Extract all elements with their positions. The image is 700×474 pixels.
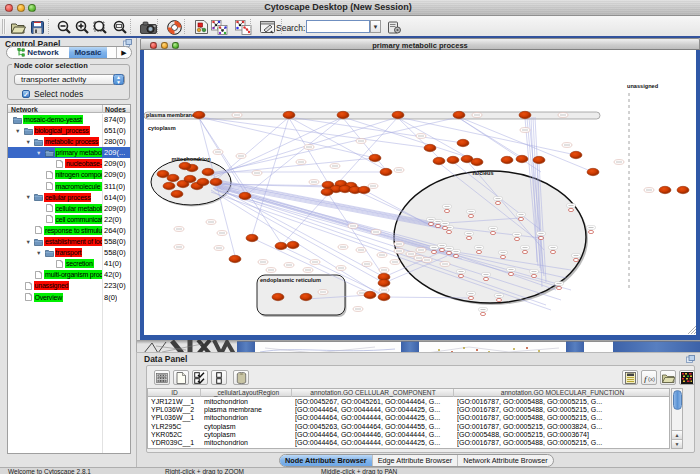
network-node[interactable]	[337, 111, 349, 118]
network-node[interactable]	[516, 155, 528, 162]
network-node[interactable]	[380, 168, 392, 175]
network-node[interactable]	[358, 186, 370, 193]
open-folder-button[interactable]	[9, 18, 27, 36]
zoom-selected-button[interactable]	[91, 18, 109, 36]
network-tree-row[interactable]: secretion41(0)	[8, 258, 130, 269]
network-node[interactable]	[184, 175, 196, 182]
search-dropdown-button[interactable]: ▼	[370, 20, 381, 33]
network-node[interactable]	[246, 234, 258, 241]
network-node[interactable]	[364, 291, 376, 298]
table-row[interactable]: YJR121W__1mitochondrion[GO:0045267, GO:0…	[148, 398, 669, 406]
help-lifering-button[interactable]	[165, 18, 183, 36]
tree-expander-icon[interactable]: ▼	[26, 239, 31, 245]
zoom-fit-button[interactable]	[111, 18, 129, 36]
network-node[interactable]	[424, 144, 436, 151]
table-column-header[interactable]: annotation.GO MOLECULAR_FUNCTION	[454, 389, 670, 397]
tab-network-attribute-browser[interactable]: Network Attribute Browser	[458, 455, 552, 466]
table-row[interactable]: YKR052Ccytoplasm[GO:0044464, GO:0044446,…	[148, 431, 669, 439]
network-node[interactable]	[453, 111, 465, 118]
network-tree-row[interactable]: ▼cellular process614(0)	[8, 192, 130, 203]
select-nodes-checkbox[interactable]: ✓	[22, 90, 30, 98]
search-input[interactable]	[306, 20, 370, 33]
nucleus-mini-node[interactable]	[466, 236, 471, 239]
network-node[interactable]	[519, 111, 531, 118]
nucleus-mini-node[interactable]	[538, 236, 543, 239]
nucleus-mini-node[interactable]	[495, 201, 500, 204]
tree-expander-icon[interactable]: ▼	[26, 139, 31, 145]
nucleus-mini-node[interactable]	[500, 255, 505, 258]
network-tree-row[interactable]: ▼biological_process651(0)	[8, 125, 130, 136]
network-node[interactable]	[197, 178, 209, 185]
zoom-in-button[interactable]	[73, 18, 91, 36]
network-node[interactable]	[202, 168, 214, 175]
network-node[interactable]	[239, 192, 251, 199]
network-node[interactable]	[179, 162, 191, 169]
nucleus-mini-node[interactable]	[428, 222, 433, 225]
network-tree-row[interactable]: ▼primary metabolic process209(...	[8, 147, 130, 158]
network-node[interactable]	[677, 186, 689, 193]
nucleus-mini-node[interactable]	[446, 230, 451, 233]
nucleus-mini-node[interactable]	[431, 250, 436, 253]
table-column-header[interactable]: _cellularLayoutRegion	[201, 389, 292, 397]
nucleus-mini-node[interactable]	[588, 230, 593, 233]
network-node[interactable]	[501, 156, 513, 163]
network-node[interactable]	[229, 255, 241, 262]
nucleus-mini-node[interactable]	[568, 208, 573, 211]
network-node[interactable]	[287, 241, 299, 248]
tree-expander-icon[interactable]: ▼	[36, 250, 41, 256]
nucleus-mini-node[interactable]	[531, 274, 536, 277]
network-node[interactable]	[457, 139, 469, 146]
import-attributes-button[interactable]	[660, 370, 676, 385]
vizmapper-button[interactable]	[258, 18, 276, 36]
network-node[interactable]	[471, 158, 483, 165]
scroll-up-icon[interactable]: ▲	[672, 430, 682, 439]
nucleus-mini-node[interactable]	[468, 214, 473, 217]
network-window-titlebar[interactable]: primary metabolic process	[140, 38, 700, 50]
network-node[interactable]	[378, 293, 390, 300]
network-node[interactable]	[171, 190, 183, 197]
nucleus-mini-node[interactable]	[550, 250, 555, 253]
nucleus-mini-node[interactable]	[439, 248, 444, 251]
search-options-button[interactable]	[385, 18, 403, 36]
network-node[interactable]	[378, 279, 390, 286]
network-tree-row[interactable]: mosaic-demo-yeast874(0)	[8, 114, 130, 125]
nucleus-mini-node[interactable]	[514, 237, 519, 240]
resize-grip-icon[interactable]	[688, 326, 696, 334]
heatmap-button[interactable]	[679, 370, 695, 385]
network-node[interactable]	[275, 242, 287, 249]
network-canvas[interactable]: plasma membranecytoplasmnucleusmitochond…	[144, 50, 697, 335]
nucleus-mini-node[interactable]	[508, 272, 513, 275]
network-node[interactable]	[392, 111, 404, 118]
network-node[interactable]	[272, 293, 284, 300]
nucleus-mini-node[interactable]	[453, 254, 458, 257]
nucleus-mini-node[interactable]	[483, 277, 488, 280]
save-button[interactable]	[28, 18, 46, 36]
network-tree-row[interactable]: cell communication22(0)	[8, 214, 130, 225]
nucleus-mini-node[interactable]	[556, 286, 561, 289]
network-tree-row[interactable]: ▼transport558(0)	[8, 247, 130, 258]
network-node[interactable]	[369, 154, 381, 161]
tree-expander-icon[interactable]: ▼	[26, 194, 31, 200]
nucleus-mini-node[interactable]	[518, 217, 523, 220]
table-column-header[interactable]: annotation.GO CELLULAR_COMPONENT	[292, 389, 454, 397]
select-attributes-button[interactable]	[154, 370, 170, 385]
tab-edge-attribute-browser[interactable]: Edge Attribute Browser	[373, 455, 459, 466]
nucleus-mini-node[interactable]	[435, 224, 440, 227]
tab-network[interactable]: Network	[7, 47, 69, 58]
network-node[interactable]	[300, 293, 312, 300]
network-tree-row[interactable]: macromolecule metab311(0)	[8, 181, 130, 192]
tree-expander-icon[interactable]: ▼	[15, 128, 20, 134]
tab-node-attribute-browser[interactable]: Node Attribute Browser	[280, 455, 373, 466]
network-node[interactable]	[447, 156, 459, 163]
table-column-header[interactable]: ID	[148, 389, 201, 397]
nucleus-mini-node[interactable]	[496, 298, 501, 301]
node-color-dropdown[interactable]: transporter activity ▲▼	[14, 74, 125, 85]
table-row[interactable]: YDR039C__1mitochondrion[GO:0044464, GO:0…	[148, 439, 669, 447]
network-tree-row[interactable]: unassigned223(0)	[8, 280, 130, 291]
network-tree-row[interactable]: cellular metabolic209(0)	[8, 203, 130, 214]
network-node[interactable]	[283, 111, 295, 118]
table-row[interactable]: YPL036W__2plasma membrane[GO:0044464, GO…	[148, 406, 669, 414]
nucleus-mini-node[interactable]	[490, 231, 495, 234]
nucleus-mini-node[interactable]	[476, 250, 481, 253]
network-node[interactable]	[587, 168, 599, 175]
